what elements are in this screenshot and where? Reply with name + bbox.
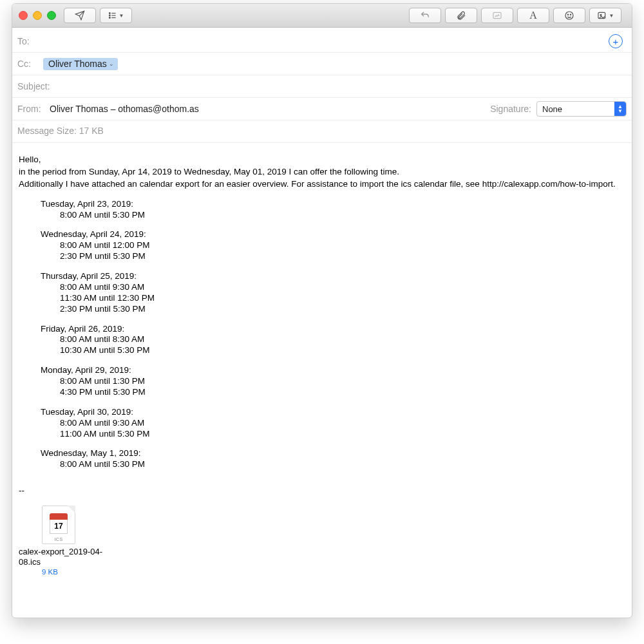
schedule-day: Monday, April 29, 2019:8:00 AM until 1:3… [41, 365, 625, 398]
schedule-slot: 8:00 AM until 9:30 AM [60, 418, 625, 429]
svg-point-8 [567, 14, 568, 15]
photo-browser-button[interactable]: ▼ [589, 8, 621, 23]
mail-compose-window: ▼ A ▼ To: + C [12, 3, 632, 618]
schedule-slot: 2:30 PM until 5:30 PM [60, 304, 625, 315]
signature-value: None [542, 104, 562, 114]
paper-plane-icon [75, 10, 85, 21]
letter-a-icon: A [529, 10, 537, 21]
body-line-2: Additionally I have attached an calendar… [19, 179, 625, 190]
svg-point-11 [600, 14, 601, 15]
schedule-day: Wednesday, May 1, 2019:8:00 AM until 5:3… [41, 448, 625, 470]
markup-button[interactable] [481, 8, 513, 23]
to-row: To: + [12, 30, 632, 53]
schedule-slot: 8:00 AM until 12:00 PM [60, 240, 625, 251]
window-titlebar: ▼ A ▼ [12, 4, 632, 28]
add-recipient-button[interactable]: + [609, 34, 623, 48]
svg-point-4 [109, 17, 110, 19]
calendar-day-number: 17 [54, 522, 62, 531]
schedule-day: Thursday, April 25, 2019:8:00 AM until 9… [41, 271, 625, 315]
from-value[interactable]: Oliver Thomas – othomas@othom.as [50, 104, 199, 114]
signature-separator: -- [19, 486, 625, 497]
schedule-day-title: Wednesday, April 24, 2019: [41, 229, 625, 240]
traffic-lights [19, 11, 56, 20]
file-extension-label: ICS [42, 537, 75, 543]
reply-arrow-icon [420, 10, 430, 21]
to-input[interactable] [43, 35, 609, 47]
message-size-text: Message Size: 17 KB [17, 126, 104, 136]
header-fields: To: + Cc: Oliver Thomas ⌄ Subject: From:… [12, 28, 632, 143]
svg-point-9 [570, 14, 571, 15]
subject-row: Subject: [12, 75, 632, 98]
attachment-filename: calex-export_2019-04-08.ics [19, 547, 122, 567]
schedule-slot: 10:30 AM until 5:30 PM [60, 345, 625, 356]
cc-row: Cc: Oliver Thomas ⌄ [12, 53, 632, 75]
schedule-slot: 2:30 PM until 5:30 PM [60, 251, 625, 262]
close-window-button[interactable] [19, 11, 28, 20]
chevron-down-icon: ▼ [119, 13, 124, 19]
select-stepper-icon: ▲▼ [614, 102, 626, 116]
smiley-icon [564, 10, 574, 21]
emoji-button[interactable] [553, 8, 585, 23]
chevron-down-icon: ▼ [609, 13, 614, 19]
attachment-item[interactable]: 17 ICS calex-export_2019-04-08.ics 9 KB [19, 506, 122, 577]
list-icon [108, 11, 117, 20]
body-line-1: in the period from Sunday, Apr 14, 2019 … [19, 167, 625, 178]
schedule-day-title: Tuesday, April 23, 2019: [41, 199, 625, 210]
schedule-slot: 8:00 AM until 9:30 AM [60, 282, 625, 293]
svg-rect-6 [493, 12, 501, 18]
schedule-day: Friday, April 26, 2019:8:00 AM until 8:3… [41, 324, 625, 357]
availability-schedule: Tuesday, April 23, 2019:8:00 AM until 5:… [19, 199, 625, 471]
image-icon [597, 10, 607, 21]
schedule-slot: 8:00 AM until 1:30 PM [60, 376, 625, 387]
attach-button[interactable] [445, 8, 477, 23]
markup-icon [492, 10, 502, 21]
chevron-down-icon: ⌄ [109, 61, 114, 67]
svg-point-2 [109, 15, 110, 16]
paperclip-icon [456, 10, 466, 21]
schedule-slot: 11:30 AM until 12:30 PM [60, 293, 625, 304]
subject-label: Subject: [17, 81, 62, 91]
attachment-size: 9 KB [19, 567, 122, 576]
calendar-file-icon: 17 ICS [42, 506, 75, 544]
plus-icon: + [613, 37, 619, 46]
message-body[interactable]: Hello, in the period from Sunday, Apr 14… [12, 143, 632, 618]
cc-label: Cc: [17, 59, 43, 69]
schedule-slot: 8:00 AM until 5:30 PM [60, 459, 625, 470]
schedule-day: Tuesday, April 23, 2019:8:00 AM until 5:… [41, 199, 625, 221]
to-label: To: [17, 36, 43, 46]
header-fields-button[interactable]: ▼ [100, 8, 132, 23]
schedule-slot: 8:00 AM until 5:30 PM [60, 210, 625, 221]
format-button[interactable]: A [517, 8, 549, 23]
reply-button[interactable] [409, 8, 441, 23]
greeting-line: Hello, [19, 155, 625, 166]
signature-label: Signature: [490, 104, 531, 114]
svg-point-7 [565, 12, 573, 19]
send-button[interactable] [64, 8, 96, 23]
signature-select[interactable]: None ▲▼ [536, 101, 627, 117]
message-size-row: Message Size: 17 KB [12, 120, 632, 143]
minimize-window-button[interactable] [33, 11, 42, 20]
cc-recipient-name: Oliver Thomas [48, 59, 107, 69]
schedule-day: Tuesday, April 30, 2019:8:00 AM until 9:… [41, 407, 625, 440]
schedule-day-title: Wednesday, May 1, 2019: [41, 448, 625, 459]
schedule-slot: 11:00 AM until 5:30 PM [60, 429, 625, 440]
schedule-day-title: Tuesday, April 30, 2019: [41, 407, 625, 418]
schedule-slot: 4:30 PM until 5:30 PM [60, 387, 625, 398]
cc-recipient-chip[interactable]: Oliver Thomas ⌄ [43, 58, 118, 70]
from-row: From: Oliver Thomas – othomas@othom.as S… [12, 98, 632, 120]
zoom-window-button[interactable] [47, 11, 56, 20]
schedule-slot: 8:00 AM until 8:30 AM [60, 334, 625, 345]
schedule-day-title: Thursday, April 25, 2019: [41, 271, 625, 282]
schedule-day: Wednesday, April 24, 2019:8:00 AM until … [41, 229, 625, 262]
schedule-day-title: Monday, April 29, 2019: [41, 365, 625, 376]
svg-point-0 [109, 13, 110, 14]
schedule-day-title: Friday, April 26, 2019: [41, 324, 625, 335]
subject-input[interactable] [62, 80, 627, 92]
from-label: From: [17, 104, 50, 114]
